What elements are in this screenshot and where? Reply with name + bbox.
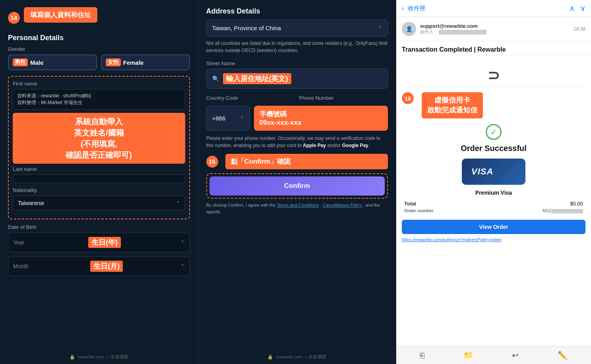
email-content: ⊃ 16 虛擬信用卡 啟動完成通知信 ✓ Order Successful VI… [396,55,591,346]
panel1-bottom-bar: 🔒 rewarble.com — 私密瀏覽 [8,350,190,364]
nationality-select[interactable]: Taiwanese ⌃ [13,196,185,211]
check-circle-icon: ✓ [486,124,502,140]
street-annotation: 輸入居住地址(英文) [223,73,291,84]
personal-details-panel: 14 填寫個人資料和住址 Personal Details Gender 男性 … [0,0,198,364]
month-chevron-icon: ⌃ [180,263,184,269]
step16-badge-row: 16 虛擬信用卡 啟動完成通知信 [402,92,585,118]
terms-text-prefix: By clicking Confirm, I agree with the [206,203,277,207]
step16-annotation: 虛擬信用卡 啟動完成通知信 [422,92,483,118]
phone-annotation: 手機號碼 09xx-xxx-xxx [254,106,388,131]
order-number-label: Order number [404,208,433,213]
step-15-badge: 15 [206,156,218,168]
order-num-blurred [551,209,583,213]
last-name-label: Last name [13,166,185,172]
first-name-label: First name [13,81,185,87]
step15-row: 15 點「Confirm」確認 [206,154,388,169]
recipient-address-blurred [439,30,486,35]
step16-annotation-line2: 啟動完成通知信 [427,106,477,114]
gender-male-zh: 男性 [13,58,28,66]
email-footer-icons: ⎗ 📁 ↩ ✏️ [396,346,591,364]
country-select[interactable]: Taiwan, Province of China ⌃ [206,19,388,37]
top-row: 14 填寫個人資料和住址 [8,7,190,28]
email-sender-row: 👤 support@rewarble.com 收件人： 19:38 [396,17,591,41]
step-16-badge: 16 [402,92,414,104]
panel2-bottom-bar: 🔒 rewarble.com — 私密瀏覽 [206,350,388,364]
disclaimer-text: Not all countries are listed due to regu… [206,40,388,54]
nav-down-icon[interactable]: ∨ [580,4,585,13]
month-label: Month [13,263,29,269]
phone-info-text: Please enter your phone number. Occasion… [206,135,388,149]
year-label: Year [13,239,24,246]
reply-icon[interactable]: ↩ [512,350,519,360]
phone-annotation-line1: 手機號碼 [260,110,383,119]
annotation-banner-14: 填寫個人資料和住址 [24,7,97,23]
gender-female-en: Female [123,59,144,66]
country-code-label: Country Code [206,95,295,101]
gender-male-button[interactable]: 男性 Male [8,54,97,70]
email-panel: ‹ 收件匣 ∧ ∨ 👤 support@rewarble.com 收件人： 19… [396,0,591,364]
phone-row: +886 ⌃ 手機號碼 09xx-xxx-xxx [206,106,388,131]
auto-fill-annotation: 系統自動帶入英文姓名/國籍(不用填寫,確認是否正確即可) [13,113,185,164]
confirm-button-wrapper: Confirm [206,173,388,199]
visa-card: VISA [462,159,525,185]
confirm-button[interactable]: Confirm [209,176,385,196]
order-number-value: M5Z [543,208,583,213]
rewarble-logo-area: ⊃ [402,61,585,87]
gender-female-button[interactable]: 女性 Female [101,54,190,70]
visa-logo-text: VISA [471,167,493,177]
view-order-button[interactable]: View Order [402,220,585,234]
sender-info: support@rewarble.com 收件人： [420,23,486,35]
phone-annotation-line2: 09xx-xxx-xxx [260,119,383,127]
terms-conditions-link[interactable]: Terms and Conditions [277,203,319,207]
lock-icon-2: 🔒 [267,354,273,360]
cancellations-policy-link[interactable]: Cancellations Policy [323,203,362,207]
year-zh-annotation: 生日(年) [88,237,121,248]
street-label: Street Name [206,60,388,66]
phone-number-label: Phone Number [299,95,388,101]
total-label: Total [404,201,416,207]
total-row: Total $5.00 [404,201,583,207]
step15-annotation: 點「Confirm」確認 [225,154,388,169]
bookmark-icon[interactable]: ⎗ [420,351,424,360]
month-field[interactable]: Month 生日(月) ⌃ [8,256,190,276]
year-field[interactable]: Year 生日(年) ⌃ [8,232,190,252]
gender-row: 男性 Male 女性 Female [8,54,190,70]
total-value: $5.00 [570,201,583,207]
inbox-label[interactable]: 收件匣 [408,5,426,12]
search-icon: 🔍 [212,76,219,82]
email-redirect-link[interactable]: https://rewarble.com/authorize?redirectP… [402,237,585,242]
lock-icon: 🔒 [70,354,75,360]
address-details-panel: Address Details Taiwan, Province of Chin… [198,0,397,364]
back-arrow-icon[interactable]: ‹ [402,5,404,12]
recipient-row: 收件人： [420,29,486,35]
country-value: Taiwan, Province of China [212,25,281,31]
panel1-title: Personal Details [8,34,190,42]
sender-email: support@rewarble.com [420,23,486,29]
email-time: 19:38 [574,26,585,32]
email-body: 👤 support@rewarble.com 收件人： 19:38 Transa… [396,17,591,346]
country-code-chevron-icon: ⌃ [240,116,244,121]
country-code-select[interactable]: +886 ⌃ [206,106,250,131]
last-name-field[interactable] [13,174,185,183]
card-name-label: Premium Visa [402,190,585,196]
name-nationality-dashed-box: First name 資料來源：rewarble · shuftiPro網站 資… [8,76,190,219]
email-header: ‹ 收件匣 ∧ ∨ [396,0,591,17]
step16-annotation-line1: 虛擬信用卡 [434,96,470,104]
street-search-field[interactable]: 🔍 輸入居住地址(英文) [206,69,388,89]
folder-icon[interactable]: 📁 [463,350,473,360]
order-details: Total $5.00 Order number M5Z [402,201,585,213]
order-successful-text: Order Successful [402,144,585,153]
nationality-chevron-icon: ⌃ [176,200,180,206]
gender-male-en: Male [30,59,43,66]
source-info: 資料來源：rewarble · shuftiPro網站 資料整理：Mr.Mark… [13,89,185,110]
compose-icon[interactable]: ✏️ [558,350,568,360]
panel1-bottom-text: rewarble.com — 私密瀏覽 [78,354,128,359]
source-line1: 資料來源：rewarble · shuftiPro網站 [17,93,181,99]
country-chevron-icon: ⌃ [378,25,382,31]
nationality-label: Nationality [13,187,185,193]
gender-female-zh: 女性 [106,58,121,66]
country-code-value: +886 [212,115,226,122]
panel2-bottom-text: rewarble.com — 私密瀏覽 [276,354,326,359]
nav-up-icon[interactable]: ∧ [570,4,575,13]
email-nav-left: ‹ 收件匣 [402,5,426,12]
